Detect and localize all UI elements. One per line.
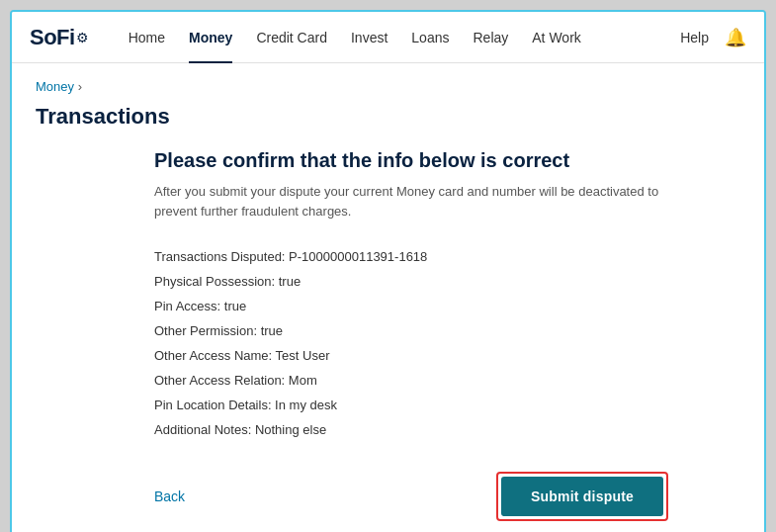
logo-area: SoFi ⚙ (30, 25, 89, 50)
nav-money[interactable]: Money (177, 12, 244, 63)
page-title: Transactions (36, 104, 740, 130)
help-link[interactable]: Help (680, 30, 709, 45)
info-list: Transactions Disputed: P-1000000011391-1… (154, 244, 668, 442)
list-item: Other Access Relation: Mom (154, 368, 668, 393)
list-item: Other Access Name: Test User (154, 343, 668, 368)
breadcrumb-separator: › (78, 79, 82, 94)
logo-text: SoFi (30, 25, 75, 50)
logo-icon: ⚙ (76, 30, 89, 45)
submit-btn-wrapper: Submit dispute (496, 472, 668, 521)
nav-loans[interactable]: Loans (399, 12, 461, 63)
list-item: Other Permission: true (154, 318, 668, 343)
nav-links: Home Money Credit Card Invest Loans Rela… (117, 12, 681, 63)
list-item: Physical Possession: true (154, 269, 668, 294)
nav-home[interactable]: Home (117, 12, 177, 63)
breadcrumb: Money › (36, 79, 740, 94)
nav-relay[interactable]: Relay (461, 12, 520, 63)
actions-row: Back Submit dispute (154, 472, 668, 521)
list-item: Additional Notes: Nothing else (154, 417, 668, 442)
list-item: Transactions Disputed: P-1000000011391-1… (154, 244, 668, 269)
app-window: SoFi ⚙ Home Money Credit Card Invest Loa… (10, 10, 766, 532)
confirm-section: Please confirm that the info below is co… (154, 149, 668, 442)
list-item: Pin Access: true (154, 294, 668, 318)
back-link[interactable]: Back (154, 488, 185, 504)
bell-icon[interactable]: 🔔 (725, 27, 746, 48)
nav-invest[interactable]: Invest (339, 12, 399, 63)
navbar: SoFi ⚙ Home Money Credit Card Invest Loa… (12, 12, 764, 63)
confirm-heading: Please confirm that the info below is co… (154, 149, 668, 172)
nav-credit-card[interactable]: Credit Card (244, 12, 339, 63)
page-content: Money › Transactions Please confirm that… (12, 63, 764, 532)
list-item: Pin Location Details: In my desk (154, 393, 668, 417)
confirm-desc: After you submit your dispute your curre… (154, 182, 668, 221)
submit-dispute-button[interactable]: Submit dispute (501, 477, 663, 516)
nav-right: Help 🔔 (680, 27, 746, 48)
breadcrumb-parent[interactable]: Money (36, 79, 74, 94)
nav-at-work[interactable]: At Work (520, 12, 593, 63)
